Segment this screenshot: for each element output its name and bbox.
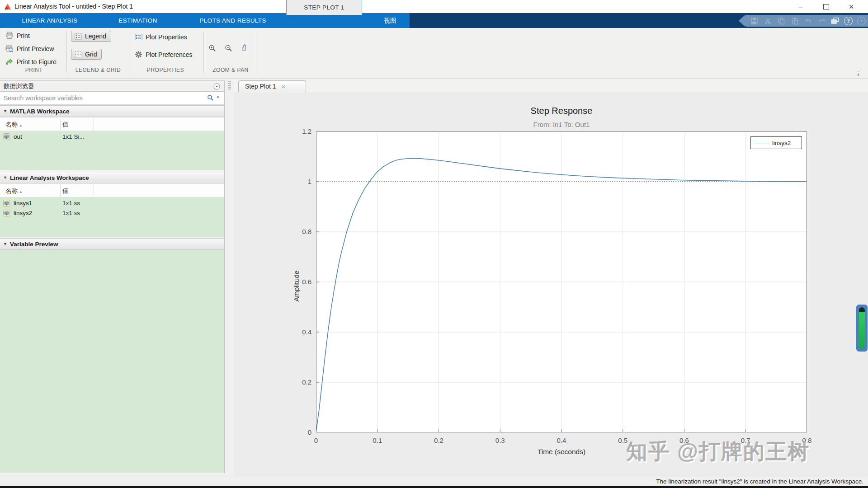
variable-name: linsys2 — [14, 210, 32, 216]
cut-icon[interactable] — [764, 17, 773, 25]
redo-icon[interactable] — [817, 17, 826, 25]
legend-entry-label: linsys2 — [772, 140, 791, 146]
sort-asc-icon: ▲ — [19, 123, 23, 127]
step-plot-figure: Step Response From: In1 To: Out1 Time (s… — [234, 92, 868, 477]
save-icon[interactable] — [750, 17, 759, 25]
close-button[interactable]: × — [841, 0, 862, 13]
window-title: Linear Analysis Tool - untitled - Step P… — [14, 3, 133, 10]
y-tick-label: 0.6 — [288, 278, 311, 286]
title-bar: Linear Analysis Tool - untitled - Step P… — [0, 0, 868, 13]
document-tab-label: Step Plot 1 — [245, 83, 276, 90]
print-preview-label: Print Preview — [17, 45, 54, 52]
tab-estimation[interactable]: ESTIMATION — [104, 13, 172, 28]
collapse-ribbon-icon[interactable]: ▴ — [857, 71, 859, 76]
paste-icon[interactable] — [790, 17, 799, 25]
print-button[interactable]: Print — [5, 32, 30, 39]
linear-analysis-workspace-title: Linear Analysis Workspace — [10, 174, 89, 181]
more-options-icon[interactable]: ▼ — [857, 17, 866, 25]
minimize-button[interactable]: – — [790, 0, 811, 13]
plot-properties-label: Plot Properties — [146, 33, 187, 41]
x-tick-label: 0.4 — [548, 436, 575, 444]
data-browser-panel: 数据浏览器 ▼ ▼ MATLAB Workspace 名称▲ 值 out 1x1… — [0, 80, 225, 473]
zoom-out-button[interactable] — [225, 44, 233, 53]
plot-axes[interactable] — [316, 131, 807, 432]
quick-access-strip-tip — [739, 15, 745, 27]
watermark-text: 知乎 @打牌的王树 — [626, 437, 810, 466]
matlab-logo — [4, 3, 12, 10]
copy-icon[interactable] — [777, 17, 786, 25]
tab-view[interactable]: 视图 — [371, 13, 410, 28]
toolbar-divider — [256, 32, 256, 73]
tab-plots-and-results[interactable]: PLOTS AND RESULTS — [185, 13, 280, 28]
grid-toggle-button[interactable]: Grid — [71, 49, 102, 60]
search-icon[interactable] — [207, 94, 214, 101]
print-to-figure-button[interactable]: Print to Figure — [5, 58, 57, 66]
x-tick-label: 0.1 — [364, 436, 391, 444]
maximize-button[interactable] — [816, 0, 836, 13]
workspace-row-out[interactable]: out 1x1 Si... — [0, 131, 224, 142]
plot-properties-icon — [135, 33, 142, 41]
workspace-row-linsys2[interactable]: linsys2 1x1 ss — [0, 208, 224, 218]
print-section-label: PRINT — [9, 67, 59, 73]
legend-toggle-button[interactable]: Legend — [71, 31, 111, 42]
pan-hand-icon — [240, 43, 249, 52]
x-tick-label: 0.2 — [425, 436, 453, 444]
y-tick-label: 1.2 — [288, 127, 311, 135]
x-tick-label: 0 — [302, 436, 330, 444]
plot-properties-button[interactable]: Plot Properties — [135, 33, 187, 41]
collapse-triangle-icon: ▼ — [3, 175, 7, 180]
ribbon-toolbar: Print Print Preview Print to Figure PRIN… — [0, 28, 868, 79]
search-options-caret-icon[interactable]: ▼ — [216, 95, 220, 99]
plot-subtitle: From: In1 To: Out1 — [316, 121, 807, 128]
plot-preferences-button[interactable]: Plot Preferences — [135, 51, 193, 58]
sort-asc-icon: ▲ — [19, 190, 23, 194]
column-name-header[interactable]: 名称▲ — [5, 187, 23, 195]
section-linear-analysis-workspace[interactable]: ▼ Linear Analysis Workspace — [0, 172, 224, 183]
properties-section-label: PROPERTIES — [138, 67, 193, 73]
tab-step-plot-1[interactable]: STEP PLOT 1 — [286, 0, 362, 15]
x-tick-label: 0.3 — [486, 436, 514, 444]
variable-preview-title: Variable Preview — [10, 241, 58, 248]
panel-menu-icon[interactable] — [213, 83, 220, 90]
search-input[interactable] — [0, 92, 203, 104]
status-message: The linearization result "linsys2" is cr… — [656, 478, 863, 485]
document-tab-step-plot-1[interactable]: Step Plot 1 × — [238, 80, 306, 92]
toolbar-divider — [66, 32, 67, 73]
grid-icon — [75, 51, 82, 58]
y-axis-label: Amplitude — [292, 257, 301, 315]
pan-button[interactable] — [240, 43, 249, 52]
column-value-header[interactable]: 值 — [62, 187, 69, 195]
print-to-figure-label: Print to Figure — [17, 58, 57, 66]
matlab-workspace-table-header: 名称▲ 值 — [0, 118, 224, 131]
undo-icon[interactable] — [804, 17, 813, 25]
section-matlab-workspace[interactable]: ▼ MATLAB Workspace — [0, 105, 224, 117]
close-tab-icon[interactable]: × — [282, 83, 286, 90]
zoom-in-button[interactable] — [208, 44, 217, 53]
plot-title: Step Response — [316, 106, 807, 116]
column-name-header[interactable]: 名称▲ — [5, 121, 23, 129]
printer-icon — [5, 32, 14, 39]
variable-value: 1x1 ss — [62, 200, 80, 206]
help-icon[interactable]: ? — [844, 17, 853, 25]
tab-linear-analysis[interactable]: LINEAR ANALYSIS — [9, 13, 90, 28]
collapse-triangle-icon: ▼ — [3, 242, 7, 246]
data-browser-title: 数据浏览器 — [4, 82, 34, 90]
matlab-workspace-rows-area: out 1x1 Si... — [0, 131, 224, 170]
workspace-row-linsys1[interactable]: linsys1 1x1 ss — [0, 198, 224, 208]
status-bar: The linearization result "linsys2" is cr… — [0, 477, 868, 486]
y-tick-label: 0.2 — [288, 378, 311, 386]
plot-legend[interactable]: linsys2 — [750, 136, 802, 149]
screen-edge-widget[interactable] — [856, 305, 868, 352]
panel-splitter-grip[interactable] — [228, 81, 231, 90]
variable-value: 1x1 ss — [62, 210, 80, 216]
document-tab-bar: Step Plot 1 × — [234, 79, 868, 93]
linear-analysis-tool-window: Linear Analysis Tool - untitled - Step P… — [0, 0, 868, 488]
toolbar-divider — [130, 32, 130, 73]
section-variable-preview[interactable]: ▼ Variable Preview — [0, 238, 224, 250]
law-table-header: 名称▲ 值 — [0, 184, 224, 197]
column-value-header[interactable]: 值 — [62, 121, 69, 129]
variable-name: out — [14, 133, 22, 140]
print-preview-button[interactable]: Print Preview — [5, 45, 54, 52]
switch-windows-icon[interactable] — [830, 17, 840, 25]
green-indicator-pill — [859, 307, 865, 349]
